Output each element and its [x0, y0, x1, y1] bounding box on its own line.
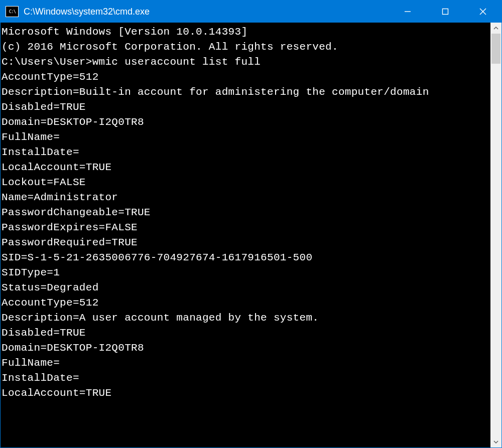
maximize-icon	[442, 8, 449, 15]
console-line: Description=Built-in account for adminis…	[2, 85, 489, 100]
scroll-thumb[interactable]	[491, 34, 500, 64]
cmd-icon: C:\	[6, 6, 19, 17]
console-line: Disabled=TRUE	[2, 100, 489, 115]
close-icon	[479, 8, 486, 15]
console-line: Disabled=TRUE	[2, 326, 489, 341]
console-line: SIDType=1	[2, 265, 489, 280]
chevron-down-icon	[493, 440, 498, 443]
console-line: LocalAccount=TRUE	[2, 160, 489, 175]
scroll-up-button[interactable]	[490, 23, 501, 34]
maximize-button[interactable]	[426, 1, 464, 23]
console-line: InstallDate=	[2, 145, 489, 160]
console-line: PasswordChangeable=TRUE	[2, 205, 489, 220]
console-line: PasswordExpires=FALSE	[2, 220, 489, 235]
close-button[interactable]	[464, 1, 501, 23]
cmd-window: C:\ C:\Windows\system32\cmd.exe Microsof…	[0, 0, 502, 448]
window-title: C:\Windows\system32\cmd.exe	[24, 7, 389, 17]
console-line: Domain=DESKTOP-I2Q0TR8	[2, 341, 489, 356]
console-line: Description=A user account managed by th…	[2, 311, 489, 326]
scroll-down-button[interactable]	[490, 436, 501, 447]
console-line: FullName=	[2, 356, 489, 371]
minimize-icon	[404, 8, 411, 15]
console-line: Lockout=FALSE	[2, 175, 489, 190]
prompt-line: C:\Users\User>wmic useraccount list full	[2, 55, 489, 70]
chevron-up-icon	[493, 27, 498, 30]
console-line: Status=Degraded	[2, 280, 489, 295]
console-output[interactable]: Microsoft Windows [Version 10.0.14393](c…	[1, 23, 490, 447]
console-line: Name=Administrator	[2, 190, 489, 205]
titlebar[interactable]: C:\ C:\Windows\system32\cmd.exe	[1, 1, 501, 23]
svg-rect-1	[442, 9, 448, 15]
window-controls	[389, 1, 501, 23]
console-line: SID=S-1-5-21-2635006776-704927674-161791…	[2, 250, 489, 265]
console-line: AccountType=512	[2, 70, 489, 85]
console-line: Microsoft Windows [Version 10.0.14393]	[2, 25, 489, 40]
console-line: LocalAccount=TRUE	[2, 386, 489, 401]
console-area: Microsoft Windows [Version 10.0.14393](c…	[1, 23, 501, 447]
console-line: PasswordRequired=TRUE	[2, 235, 489, 250]
minimize-button[interactable]	[389, 1, 426, 23]
vertical-scrollbar[interactable]	[490, 23, 501, 447]
console-line: AccountType=512	[2, 295, 489, 311]
console-line: InstallDate=	[2, 371, 489, 386]
console-line: Domain=DESKTOP-I2Q0TR8	[2, 115, 489, 130]
console-line: (c) 2016 Microsoft Corporation. All righ…	[2, 40, 489, 55]
console-line: FullName=	[2, 130, 489, 145]
